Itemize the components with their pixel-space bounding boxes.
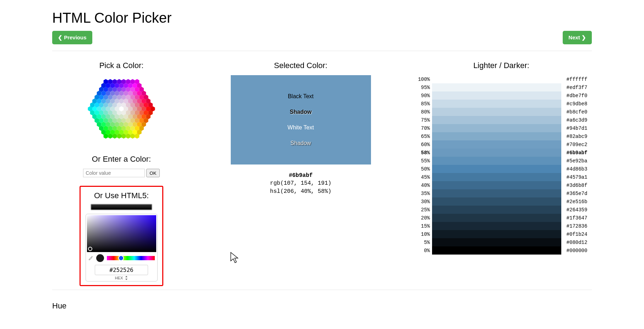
ld-swatch[interactable] — [432, 140, 561, 149]
previous-button[interactable]: ❮ Previous — [52, 31, 92, 44]
ld-row[interactable]: 95%#edf3f7 — [412, 83, 590, 91]
ld-pct: 75% — [412, 117, 432, 123]
ld-row[interactable]: 45%#4579a1 — [412, 173, 590, 181]
ld-hex: #2e516b — [561, 199, 590, 205]
saturation-value-area[interactable] — [87, 215, 156, 252]
ld-row[interactable]: 50%#4d86b3 — [412, 165, 590, 173]
ld-swatch[interactable] — [432, 91, 561, 100]
ld-row[interactable]: 25%#264359 — [412, 206, 590, 214]
html5-color-input[interactable] — [91, 204, 152, 210]
hue-indicator[interactable] — [118, 255, 124, 261]
ld-row[interactable]: 100%#ffffff — [412, 75, 590, 83]
ld-swatch[interactable] — [432, 214, 561, 222]
ld-pct: 65% — [412, 134, 432, 139]
ld-hex: #6b9abf — [561, 150, 590, 156]
ld-pct: 5% — [412, 240, 432, 245]
selected-rgb: rgb(107, 154, 191) — [270, 180, 332, 186]
ld-swatch[interactable] — [432, 197, 561, 206]
ld-row[interactable]: 58%#6b9abf — [412, 149, 590, 157]
color-hex-map[interactable] — [84, 75, 159, 143]
ld-swatch[interactable] — [432, 100, 561, 108]
divider — [52, 290, 592, 290]
pick-color-heading: Pick a Color: — [52, 61, 191, 70]
ld-swatch[interactable] — [432, 165, 561, 173]
ld-swatch[interactable] — [432, 116, 561, 124]
ld-swatch[interactable] — [432, 238, 561, 246]
ld-row[interactable]: 0%#000000 — [412, 246, 590, 255]
ld-pct: 0% — [412, 248, 432, 253]
ld-row[interactable]: 10%#0f1b24 — [412, 230, 590, 238]
divider — [52, 51, 592, 51]
ld-hex: #172836 — [561, 223, 590, 229]
ld-row[interactable]: 90%#dbe7f0 — [412, 91, 590, 100]
ld-hex: #264359 — [561, 207, 590, 213]
ld-pct: 40% — [412, 183, 432, 188]
ld-hex: #82abc9 — [561, 134, 590, 139]
lighter-darker-list: 100%#ffffff95%#edf3f790%#dbe7f085%#c9dbe… — [412, 75, 590, 255]
hex-value-field[interactable]: #252526 — [95, 265, 148, 275]
ld-pct: 35% — [412, 191, 432, 196]
ld-row[interactable]: 75%#a6c3d9 — [412, 116, 590, 124]
ld-swatch[interactable] — [432, 230, 561, 238]
ld-pct: 85% — [412, 101, 432, 107]
ld-row[interactable]: 80%#b8cfe0 — [412, 108, 590, 116]
ld-row[interactable]: 5%#080d12 — [412, 238, 590, 246]
eyedropper-icon[interactable] — [88, 256, 93, 261]
ld-swatch[interactable] — [432, 173, 561, 181]
ld-row[interactable]: 60%#709ec2 — [412, 140, 590, 149]
ld-pct: 45% — [412, 174, 432, 180]
black-shadow-sample: Shadow — [231, 109, 371, 115]
nav-bar: ❮ Previous Next ❯ — [52, 31, 592, 44]
ld-hex: #b8cfe0 — [561, 109, 590, 115]
selected-color-heading: Selected Color: — [191, 61, 411, 70]
format-selector[interactable]: HEX — [87, 276, 156, 280]
current-color-swatch — [96, 254, 104, 262]
ld-hex: #4579a1 — [561, 174, 590, 180]
selected-hex: #6b9abf — [289, 172, 312, 179]
ld-pct: 20% — [412, 215, 432, 221]
ld-row[interactable]: 65%#82abc9 — [412, 132, 590, 140]
ld-pct: 60% — [412, 142, 432, 147]
html5-heading: Or Use HTML5: — [81, 191, 162, 200]
ld-swatch[interactable] — [432, 189, 561, 197]
ld-row[interactable]: 15%#172836 — [412, 222, 590, 230]
ld-row[interactable]: 70%#94b7d1 — [412, 124, 590, 132]
ld-swatch[interactable] — [432, 206, 561, 214]
ld-row[interactable]: 55%#5e92ba — [412, 157, 590, 165]
white-shadow-sample: Shadow — [231, 140, 371, 146]
ld-hex: #365e7d — [561, 191, 590, 196]
black-text-sample: Black Text — [231, 93, 371, 100]
ld-swatch[interactable] — [432, 132, 561, 140]
ld-swatch[interactable] — [432, 108, 561, 116]
ld-swatch[interactable] — [432, 222, 561, 230]
ld-hex: #709ec2 — [561, 142, 590, 147]
ld-hex: #dbe7f0 — [561, 93, 590, 99]
selected-color-values: #6b9abf rgb(107, 154, 191) hsl(206, 40%,… — [191, 172, 411, 195]
ld-hex: #080d12 — [561, 240, 590, 245]
hue-slider[interactable] — [107, 256, 155, 260]
ld-row[interactable]: 35%#365e7d — [412, 189, 590, 197]
ok-button[interactable]: OK — [146, 169, 159, 177]
ld-hex: #3d6b8f — [561, 183, 590, 188]
hue-heading: Hue — [52, 301, 592, 311]
ld-hex: #edf3f7 — [561, 85, 590, 90]
ld-swatch[interactable] — [432, 157, 561, 165]
ld-row[interactable]: 20%#1f3647 — [412, 214, 590, 222]
enter-color-heading: Or Enter a Color: — [52, 155, 191, 164]
ld-row[interactable]: 40%#3d6b8f — [412, 181, 590, 189]
ld-row[interactable]: 30%#2e516b — [412, 197, 590, 206]
ld-pct: 55% — [412, 158, 432, 164]
sv-indicator[interactable] — [88, 247, 92, 251]
ld-swatch[interactable] — [432, 149, 561, 157]
ld-hex: #a6c3d9 — [561, 117, 590, 123]
ld-row[interactable]: 85%#c9dbe8 — [412, 100, 590, 108]
ld-pct: 70% — [412, 126, 432, 131]
ld-swatch[interactable] — [432, 75, 561, 83]
ld-hex: #c9dbe8 — [561, 101, 590, 107]
ld-swatch[interactable] — [432, 83, 561, 91]
ld-swatch[interactable] — [432, 246, 561, 255]
color-value-input[interactable] — [83, 169, 145, 177]
next-button[interactable]: Next ❯ — [563, 31, 592, 44]
ld-swatch[interactable] — [432, 181, 561, 189]
ld-swatch[interactable] — [432, 124, 561, 132]
